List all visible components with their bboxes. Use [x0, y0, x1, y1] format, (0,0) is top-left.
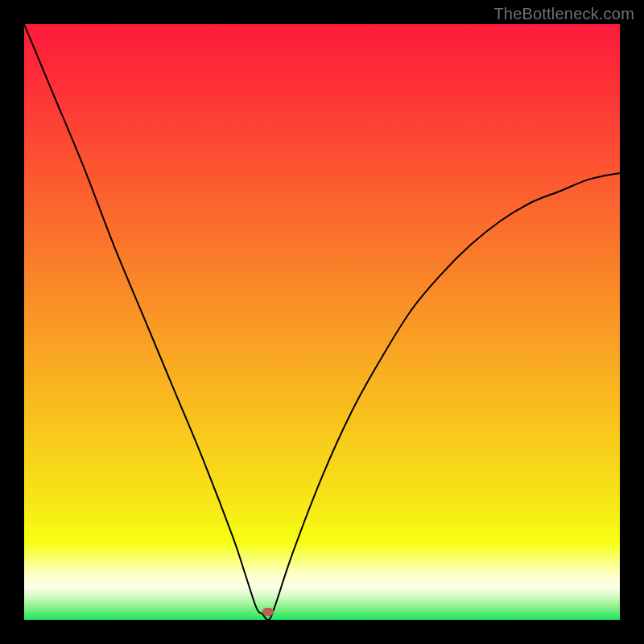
bottleneck-curve	[24, 24, 620, 620]
plot-area	[24, 24, 620, 620]
optimal-point-marker	[262, 608, 274, 616]
watermark-text: TheBottleneck.com	[493, 5, 634, 23]
chart-frame: TheBottleneck.com	[0, 0, 644, 644]
